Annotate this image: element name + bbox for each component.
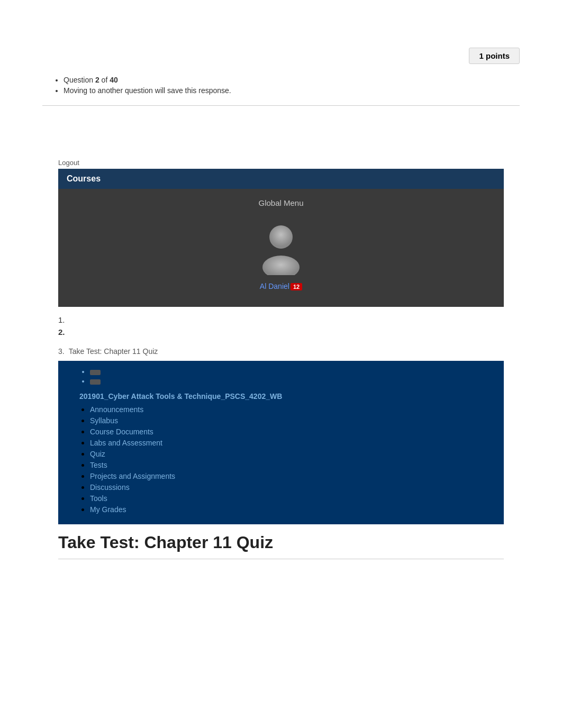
nav-bullet-2 bbox=[90, 377, 504, 385]
svg-point-0 bbox=[269, 225, 293, 249]
nav-item-quiz[interactable]: Quiz bbox=[90, 449, 504, 459]
nav-bullet-icon-1 bbox=[90, 370, 101, 375]
nav-item-my-grades[interactable]: My Grades bbox=[90, 505, 504, 514]
breadcrumb-text: Take Test: Chapter 11 Quiz bbox=[69, 347, 158, 356]
svg-point-1 bbox=[262, 256, 300, 275]
question-info: Question 2 of 40 Moving to another quest… bbox=[0, 69, 562, 101]
question-number: 2 bbox=[95, 76, 99, 84]
question-total: 40 bbox=[110, 76, 118, 84]
nav-bullet-1 bbox=[90, 368, 504, 376]
global-menu-title: Global Menu bbox=[58, 194, 504, 212]
nav-item-discussions[interactable]: Discussions bbox=[90, 483, 504, 492]
list-item-1: 1. bbox=[58, 315, 504, 324]
breadcrumb-number: 3. bbox=[58, 347, 65, 356]
bottom-divider bbox=[58, 559, 504, 559]
user-name-link[interactable]: Al Daniel bbox=[260, 282, 289, 290]
nav-link-labs-assessment[interactable]: Labs and Assessment bbox=[90, 439, 162, 447]
global-menu-panel: Global Menu Al Daniel12 bbox=[58, 189, 504, 307]
nav-link-quiz[interactable]: Quiz bbox=[90, 450, 105, 458]
top-bar: 1 points bbox=[0, 42, 562, 69]
item-number-1: 1. bbox=[58, 315, 65, 324]
course-title-link[interactable]: 201901_Cyber Attack Tools & Technique_PS… bbox=[79, 392, 282, 401]
points-badge: 1 points bbox=[469, 48, 520, 64]
nav-link-course-documents[interactable]: Course Documents bbox=[90, 427, 153, 436]
nav-link-my-grades[interactable]: My Grades bbox=[90, 505, 126, 514]
nav-link-discussions[interactable]: Discussions bbox=[90, 483, 130, 492]
nav-link-tools[interactable]: Tools bbox=[90, 494, 107, 503]
nav-item-labs-assessment[interactable]: Labs and Assessment bbox=[90, 438, 504, 448]
courses-header: Courses bbox=[58, 169, 504, 189]
nav-link-announcements[interactable]: Announcements bbox=[90, 405, 143, 414]
item-number-2: 2. bbox=[58, 327, 65, 336]
nav-item-projects[interactable]: Projects and Assignments bbox=[90, 471, 504, 481]
breadcrumb-row: 3. Take Test: Chapter 11 Quiz bbox=[0, 345, 562, 358]
nav-link-tests[interactable]: Tests bbox=[90, 461, 107, 469]
nav-top-bullets bbox=[58, 368, 504, 385]
avatar bbox=[255, 217, 307, 275]
course-nav-panel: 201901_Cyber Attack Tools & Technique_PS… bbox=[58, 361, 504, 524]
user-name-row: Al Daniel12 bbox=[58, 279, 504, 296]
nav-bullet-icon-2 bbox=[90, 379, 101, 385]
top-divider bbox=[42, 105, 520, 106]
nav-link-projects[interactable]: Projects and Assignments bbox=[90, 472, 175, 480]
nav-link-syllabus[interactable]: Syllabus bbox=[90, 416, 118, 425]
question-number-item: Question 2 of 40 bbox=[64, 76, 520, 84]
course-nav-list: 201901_Cyber Attack Tools & Technique_PS… bbox=[58, 388, 504, 514]
logout-link[interactable]: Logout bbox=[58, 159, 562, 167]
nav-item-announcements[interactable]: Announcements bbox=[90, 405, 504, 414]
nav-item-syllabus[interactable]: Syllabus bbox=[90, 416, 504, 425]
nav-item-tests[interactable]: Tests bbox=[90, 460, 504, 470]
list-item-2: 2. bbox=[58, 327, 504, 336]
course-title-item: 201901_Cyber Attack Tools & Technique_PS… bbox=[79, 388, 504, 403]
nav-item-course-documents[interactable]: Course Documents bbox=[90, 427, 504, 436]
nav-item-tools[interactable]: Tools bbox=[90, 494, 504, 503]
numbered-list: 1. 2. bbox=[0, 307, 562, 345]
take-test-heading: Take Test: Chapter 11 Quiz bbox=[0, 527, 562, 556]
user-badge: 12 bbox=[291, 283, 302, 290]
save-notice-item: Moving to another question will save thi… bbox=[64, 86, 520, 95]
